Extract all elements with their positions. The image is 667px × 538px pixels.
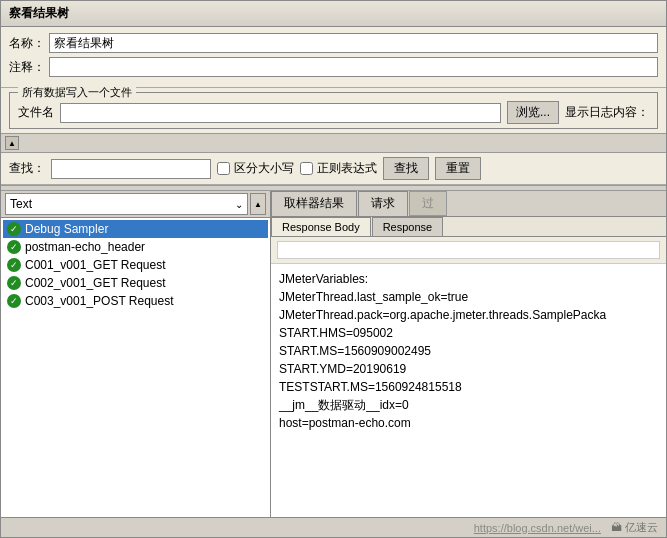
left-toolbar: Text ⌄ ▲ (1, 191, 270, 218)
type-selector[interactable]: Text ⌄ (5, 193, 248, 215)
right-panel: 取样器结果 请求 过 Response Body Response JMeter… (271, 191, 666, 517)
case-sensitive-checkbox[interactable] (217, 162, 230, 175)
resp-tab-body[interactable]: Response Body (271, 217, 371, 236)
selector-arrow-icon: ⌄ (235, 199, 243, 210)
tab-bar: 取样器结果 请求 过 (271, 191, 666, 217)
name-row: 名称： (9, 33, 658, 53)
tree-item[interactable]: ✓ C001_v001_GET Request (3, 256, 268, 274)
watermark-url: https://blog.csdn.net/wei... (474, 522, 601, 534)
content-line: JMeterVariables: (279, 270, 658, 288)
file-input[interactable] (60, 103, 501, 123)
tree-item[interactable]: ✓ postman-echo_header (3, 238, 268, 256)
regex-checkbox[interactable] (300, 162, 313, 175)
window-title: 察看结果树 (9, 6, 69, 20)
content-line: START.HMS=095002 (279, 324, 658, 342)
scroll-up-button[interactable]: ▲ (250, 193, 266, 215)
resp-tab-response[interactable]: Response (372, 217, 444, 236)
content-line: __jm__数据驱动__idx=0 (279, 396, 658, 414)
content-line: START.MS=1560909002495 (279, 342, 658, 360)
content-line: host=postman-echo.com (279, 414, 658, 432)
content-line: JMeterThread.last_sample_ok=true (279, 288, 658, 306)
tree-item-label: C003_v001_POST Request (25, 294, 174, 308)
response-content: JMeterVariables: JMeterThread.last_sampl… (271, 264, 666, 517)
case-sensitive-label: 区分大小写 (234, 160, 294, 177)
regex-label: 正则表达式 (317, 160, 377, 177)
form-section: 名称： 注释： (1, 27, 666, 88)
status-icon: ✓ (7, 276, 21, 290)
search-input[interactable] (51, 159, 211, 179)
search-row: 查找： 区分大小写 正则表达式 查找 重置 (1, 153, 666, 185)
name-input[interactable] (49, 33, 658, 53)
browse-button[interactable]: 浏览... (507, 101, 559, 124)
tree-item[interactable]: ✓ C003_v001_POST Request (3, 292, 268, 310)
tree-item-label: C002_v001_GET Request (25, 276, 166, 290)
file-group: 所有数据写入一个文件 文件名 浏览... 显示日志内容： (9, 92, 658, 129)
case-sensitive-group: 区分大小写 (217, 160, 294, 177)
main-content: Text ⌄ ▲ ✓ Debug Sampler ✓ postman-echo_… (1, 191, 666, 517)
name-label: 名称： (9, 35, 49, 52)
selector-value: Text (10, 197, 32, 211)
tree-item-label: postman-echo_header (25, 240, 145, 254)
status-icon: ✓ (7, 258, 21, 272)
file-label: 文件名 (18, 104, 54, 121)
reset-button[interactable]: 重置 (435, 157, 481, 180)
status-icon: ✓ (7, 222, 21, 236)
tab-sampler-result[interactable]: 取样器结果 (271, 191, 357, 216)
tree-list: ✓ Debug Sampler ✓ postman-echo_header ✓ … (1, 218, 270, 517)
content-line: TESTSTART.MS=1560924815518 (279, 378, 658, 396)
tab-response-disabled: 过 (409, 191, 447, 216)
tab-request[interactable]: 请求 (358, 191, 408, 216)
comment-row: 注释： (9, 57, 658, 77)
divider-toolbar: ▲ (1, 133, 666, 153)
bottom-bar: https://blog.csdn.net/wei... 🏔 亿速云 (1, 517, 666, 537)
status-icon: ✓ (7, 240, 21, 254)
comment-input[interactable] (49, 57, 658, 77)
title-bar: 察看结果树 (1, 1, 666, 27)
regex-group: 正则表达式 (300, 160, 377, 177)
left-panel: Text ⌄ ▲ ✓ Debug Sampler ✓ postman-echo_… (1, 191, 271, 517)
collapse-button[interactable]: ▲ (5, 136, 19, 150)
content-line: JMeterThread.pack=org.apache.jmeter.thre… (279, 306, 658, 324)
file-row: 文件名 浏览... 显示日志内容： (18, 101, 649, 124)
find-button[interactable]: 查找 (383, 157, 429, 180)
comment-label: 注释： (9, 59, 49, 76)
group-title: 所有数据写入一个文件 (18, 85, 136, 100)
tree-item[interactable]: ✓ C002_v001_GET Request (3, 274, 268, 292)
tree-item-label: C001_v001_GET Request (25, 258, 166, 272)
filter-input[interactable] (277, 241, 660, 259)
watermark-logo: 🏔 亿速云 (611, 520, 658, 535)
response-tabs: Response Body Response (271, 217, 666, 237)
show-log-label: 显示日志内容： (565, 104, 649, 121)
tree-item-label: Debug Sampler (25, 222, 108, 236)
content-line: START.YMD=20190619 (279, 360, 658, 378)
tree-item[interactable]: ✓ Debug Sampler (3, 220, 268, 238)
main-window: 察看结果树 名称： 注释： 所有数据写入一个文件 文件名 浏览... 显示日志内… (0, 0, 667, 538)
status-icon: ✓ (7, 294, 21, 308)
search-label: 查找： (9, 160, 45, 177)
filter-row (271, 237, 666, 264)
